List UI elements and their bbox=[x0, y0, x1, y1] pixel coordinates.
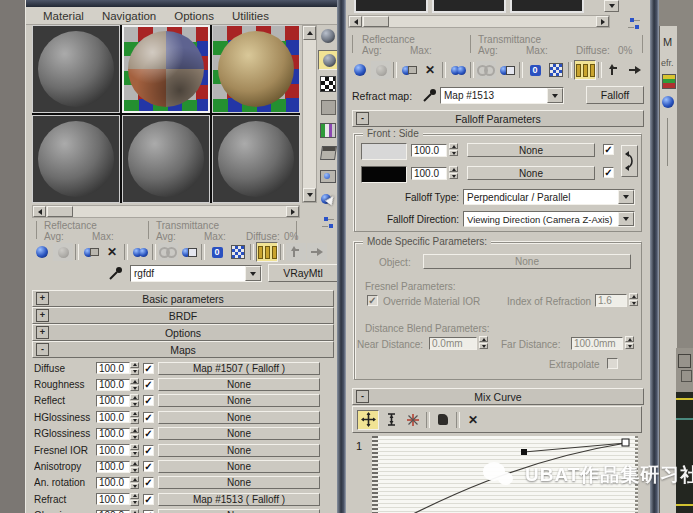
map-amount-field[interactable]: 100.0 bbox=[96, 444, 130, 456]
put-material-to-scene-icon[interactable] bbox=[371, 61, 391, 79]
video-color-check-icon[interactable] bbox=[318, 121, 338, 139]
index-of-refraction-spinner[interactable] bbox=[629, 293, 638, 306]
map-amount-field[interactable]: 100.0 bbox=[96, 477, 130, 489]
menu-material[interactable]: Material bbox=[34, 10, 93, 22]
map-amount-spinner[interactable] bbox=[130, 444, 139, 457]
dropdown-arrow-icon[interactable] bbox=[618, 190, 634, 204]
map-amount-spinner[interactable] bbox=[130, 476, 139, 489]
side-color-swatch[interactable] bbox=[361, 166, 407, 183]
material-id-channel-icon[interactable]: 0 bbox=[525, 61, 545, 79]
front-color-swatch[interactable] bbox=[361, 143, 407, 160]
scroll-right-button[interactable] bbox=[286, 206, 299, 217]
far-distance-spinner[interactable] bbox=[625, 336, 634, 349]
go-forward-to-sibling-icon[interactable] bbox=[307, 243, 327, 261]
rollout-collapse-icon[interactable]: - bbox=[356, 112, 369, 125]
front-map-button[interactable]: None bbox=[467, 143, 595, 157]
swap-colors-button[interactable] bbox=[621, 145, 638, 177]
map-amount-spinner[interactable] bbox=[130, 460, 139, 473]
scroll-left-button[interactable] bbox=[349, 16, 362, 27]
map-amount-field[interactable]: 100.0 bbox=[96, 362, 130, 374]
show-map-in-viewport-icon[interactable] bbox=[546, 61, 566, 79]
material-slot[interactable] bbox=[212, 25, 300, 113]
map-amount-field[interactable]: 100.0 bbox=[96, 411, 130, 423]
rollout-collapse-icon[interactable]: - bbox=[36, 343, 49, 356]
sample-uv-tiling-icon[interactable] bbox=[318, 98, 338, 116]
material-slot[interactable] bbox=[32, 115, 120, 203]
go-to-parent-icon[interactable] bbox=[286, 243, 306, 261]
delete-point-icon[interactable] bbox=[433, 411, 453, 429]
rollout-expand-icon[interactable]: + bbox=[36, 292, 49, 305]
show-end-result-icon[interactable] bbox=[256, 242, 278, 262]
rollout-mix-curve[interactable]: - Mix Curve bbox=[352, 388, 644, 405]
window-titlebar[interactable] bbox=[26, 0, 338, 7]
scroll-down-button[interactable] bbox=[604, 0, 619, 12]
move-point-icon[interactable] bbox=[357, 410, 379, 430]
map-button[interactable]: None bbox=[158, 476, 320, 489]
make-preview-icon[interactable] bbox=[318, 144, 338, 162]
go-to-parent-icon[interactable] bbox=[604, 61, 624, 79]
map-button[interactable]: None bbox=[158, 394, 320, 407]
dropdown-arrow-icon[interactable] bbox=[245, 266, 261, 281]
slots-horizontal-scrollbar[interactable] bbox=[32, 205, 300, 218]
sample-type-sphere-icon[interactable] bbox=[318, 27, 338, 45]
map-amount-field[interactable]: 100.0 bbox=[96, 428, 130, 440]
show-map-in-viewport-icon[interactable] bbox=[228, 243, 248, 261]
front-amount-field[interactable]: 100.0 bbox=[411, 144, 447, 157]
map-enable-checkbox[interactable]: ✓ bbox=[143, 494, 154, 505]
index-of-refraction-field[interactable]: 1.6 bbox=[595, 294, 627, 307]
material-slot[interactable] bbox=[212, 115, 300, 203]
scale-point-icon[interactable] bbox=[381, 411, 401, 429]
make-unique-icon[interactable] bbox=[476, 61, 496, 79]
put-to-library-icon[interactable] bbox=[179, 243, 199, 261]
material-slot[interactable] bbox=[122, 115, 210, 203]
get-material-icon[interactable] bbox=[350, 61, 370, 79]
map-button[interactable]: None bbox=[158, 411, 320, 424]
reset-curve-icon[interactable]: ✕ bbox=[463, 411, 483, 429]
material-id-channel-icon[interactable]: 0 bbox=[207, 243, 227, 261]
falloff-type-dropdown[interactable]: Perpendicular / Parallel bbox=[463, 189, 635, 205]
material-slot[interactable] bbox=[510, 0, 584, 13]
extrapolate-checkbox[interactable] bbox=[607, 358, 618, 369]
map-enable-checkbox[interactable]: ✓ bbox=[143, 445, 154, 456]
rollout-collapse-icon[interactable]: - bbox=[356, 390, 369, 403]
menu-utilities[interactable]: Utilities bbox=[223, 10, 278, 22]
object-button[interactable]: None bbox=[423, 254, 631, 269]
front-map-checkbox[interactable]: ✓ bbox=[603, 144, 614, 155]
assign-material-to-selection-icon[interactable] bbox=[399, 61, 419, 79]
add-point-icon[interactable] bbox=[403, 411, 423, 429]
scroll-thumb[interactable] bbox=[47, 206, 73, 217]
make-unique-icon[interactable] bbox=[158, 243, 178, 261]
background-checker-icon[interactable] bbox=[318, 75, 338, 93]
scroll-up-button[interactable] bbox=[303, 26, 316, 40]
map-button[interactable]: None bbox=[158, 509, 320, 513]
map-enable-checkbox[interactable]: ✓ bbox=[143, 363, 154, 374]
map-amount-spinner[interactable] bbox=[130, 411, 139, 424]
near-distance-field[interactable]: 0.0mm bbox=[429, 337, 477, 350]
map-amount-field[interactable]: 100.0 bbox=[96, 395, 130, 407]
map-button[interactable]: Map #1507 ( Falloff ) bbox=[158, 362, 320, 375]
menu-navigation[interactable]: Navigation bbox=[93, 10, 165, 22]
rollout-brdf[interactable]: + BRDF bbox=[32, 307, 334, 324]
map-button[interactable]: Map #1513 ( Falloff ) bbox=[158, 493, 320, 506]
put-material-to-scene-icon[interactable] bbox=[53, 243, 73, 261]
far-distance-field[interactable]: 100.0mm bbox=[571, 337, 623, 350]
rollout-maps[interactable]: - Maps bbox=[32, 341, 334, 358]
side-map-button[interactable]: None bbox=[467, 166, 595, 180]
scroll-right-button[interactable] bbox=[596, 16, 609, 27]
options-icon[interactable] bbox=[318, 167, 338, 185]
map-enable-checkbox[interactable]: ✓ bbox=[143, 379, 154, 390]
map-enable-checkbox[interactable]: ✓ bbox=[143, 412, 154, 423]
map-enable-checkbox[interactable]: ✓ bbox=[143, 461, 154, 472]
dropdown-arrow-icon[interactable] bbox=[547, 88, 563, 103]
reset-map-icon[interactable]: ✕ bbox=[420, 61, 440, 79]
scroll-down-button[interactable] bbox=[303, 188, 316, 202]
scroll-left-button[interactable] bbox=[33, 206, 46, 217]
map-amount-field[interactable]: 100.0 bbox=[96, 461, 130, 473]
side-map-checkbox[interactable]: ✓ bbox=[603, 167, 614, 178]
map-enable-checkbox[interactable]: ✓ bbox=[143, 477, 154, 488]
side-amount-spinner[interactable] bbox=[449, 166, 458, 179]
rollout-falloff-parameters[interactable]: - Falloff Parameters bbox=[352, 110, 644, 127]
material-slot[interactable] bbox=[32, 25, 120, 113]
map-type-button[interactable]: Falloff bbox=[586, 86, 644, 104]
material-map-navigator-icon[interactable] bbox=[628, 16, 641, 33]
